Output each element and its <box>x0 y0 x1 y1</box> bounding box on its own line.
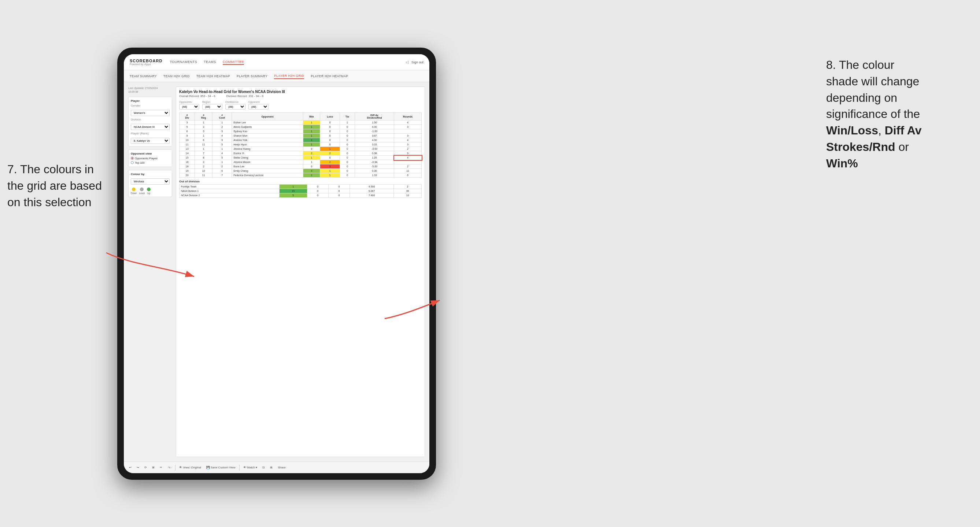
col-rounds: Rounds <box>394 113 422 121</box>
sign-out-link[interactable]: Sign out <box>411 60 423 64</box>
conference-filter: Conference (All) <box>225 101 245 110</box>
colour-by-label: Colour by <box>131 173 170 176</box>
last-updated: Last Updated: 27/03/2024 16:55:38 <box>128 86 172 94</box>
player-rank-select[interactable]: 8. Katelyn Vo <box>131 138 170 144</box>
table-row: 13 1 1 Jessica Huang 0 1 0 -3.00 2 <box>180 147 422 151</box>
col-tie: Tie <box>340 113 355 121</box>
sub-nav-team-h2h-heatmap[interactable]: TEAM H2H HEATMAP <box>196 74 230 79</box>
legend-dot-level <box>140 187 143 191</box>
region-select[interactable]: (All) <box>202 104 223 110</box>
tablet-frame: SCOREBOARD Powered by clippd TOURNAMENTS… <box>117 48 436 480</box>
table-row: 20 11 7 Federica Domecq Lacroze 2 1 0 1.… <box>180 173 422 178</box>
table-row: 18 2 2 Euna Lee 0 3 0 -5.00 2 <box>180 164 422 169</box>
undo-btn[interactable]: ↩ <box>127 465 133 470</box>
player-section: Player Gender Women's Men's Division NCA… <box>128 97 172 146</box>
division-select[interactable]: NCAA Division III NCAA Division I NCAA D… <box>131 124 170 130</box>
col-div: #Div <box>180 113 195 121</box>
colour-section: Colour by Win/loss Diff Av Strokes/Rnd W… <box>128 170 172 197</box>
conference-select[interactable]: (All) <box>225 104 245 110</box>
legend-dot-up <box>147 187 151 191</box>
grid-title: Katelyn Vo Head-to-Head Grid for Women's… <box>179 90 422 94</box>
player-rank-label: Player (Rank) <box>131 132 170 135</box>
legend-label-up: Up <box>147 192 150 194</box>
out-of-division-header: Out of division <box>179 178 422 184</box>
sub-nav-team-summary[interactable]: TEAM SUMMARY <box>130 74 157 79</box>
table-row: 14 7 4 Eunice Yi 2 2 0 0.38 9 <box>180 151 422 156</box>
opponents-filter: Opponents: (All) <box>179 101 199 110</box>
left-panel: Last Updated: 27/03/2024 16:55:38 Player… <box>128 86 172 457</box>
player-label: Player <box>131 99 170 103</box>
radio-dot-played <box>131 157 134 160</box>
col-diff: Diff AvStrokes/Rnd <box>355 113 394 121</box>
table-row: 5 2 2 Alexis Sudjianto 1 0 0 4.00 3 <box>180 125 422 129</box>
sub-nav-player-h2h-heatmap[interactable]: PLAYER H2H HEATMAP <box>311 74 348 79</box>
grid-btn[interactable]: ⊞ <box>151 465 156 470</box>
radio-group: Opponents Played Top 100 <box>131 157 170 164</box>
table-row: NCAA Division 2 5 0 0 7.400 10 <box>180 194 422 198</box>
colour-by-select[interactable]: Win/loss Diff Av Strokes/Rnd Win% <box>131 178 170 184</box>
logo-title: SCOREBOARD <box>130 59 162 63</box>
legend-up: Up <box>147 187 151 194</box>
cut-btn[interactable]: ✂ <box>158 465 164 470</box>
sub-nav-player-summary[interactable]: PLAYER SUMMARY <box>237 74 267 79</box>
opponent-filter: Opponent (All) <box>248 101 269 110</box>
col-conf: #Conf <box>212 113 232 121</box>
col-reg: #Reg <box>195 113 212 121</box>
legend-down: Down <box>131 187 137 194</box>
table-row: 15 8 5 Stella Cheng 1 0 0 1.25 4 <box>180 156 422 160</box>
sub-nav-player-h2h-grid[interactable]: PLAYER H2H GRID <box>274 73 304 79</box>
main-content: Last Updated: 27/03/2024 16:55:38 Player… <box>124 82 430 462</box>
nav-bar: SCOREBOARD Powered by clippd TOURNAMENTS… <box>124 54 430 70</box>
legend-label-down: Down <box>131 192 137 194</box>
colour-legend: Down Level Up <box>131 187 170 194</box>
radio-dot-top100 <box>131 161 134 164</box>
refresh-btn[interactable]: ⟳ <box>143 465 148 470</box>
legend-label-level: Level <box>139 192 145 194</box>
col-opponent: Opponent <box>232 113 303 121</box>
tablet-screen: SCOREBOARD Powered by clippd TOURNAMENTS… <box>124 54 430 473</box>
col-win: Win <box>303 113 320 121</box>
logo: SCOREBOARD Powered by clippd <box>130 59 162 65</box>
table-row: 9 1 4 Sharon Mun 1 0 0 3.67 3 <box>180 134 422 138</box>
table-row: 3 1 1 Esther Lee 1 0 1 1.50 4 <box>180 121 422 125</box>
sub-nav-team-h2h-grid[interactable]: TEAM H2H GRID <box>163 74 190 79</box>
bottom-toolbar: ↩ ↪ ⟳ ⊞ ✂ ·∿· 👁 View: Original 💾 Save Cu… <box>124 462 430 473</box>
opponent-view-section: Opponent view Opponents Played Top 100 <box>128 149 172 167</box>
legend-dot-down <box>132 187 135 191</box>
table-row: 11 11 5 Heejo Hyun 1 0 0 3.33 3 <box>180 143 422 147</box>
opponent-select[interactable]: (All) <box>248 104 269 110</box>
nav-tournaments[interactable]: TOURNAMENTS <box>170 59 197 65</box>
left-annotation: 7. The colours in the grid are based on … <box>7 161 110 210</box>
region-filter: Region (All) <box>202 101 223 110</box>
watch-btn[interactable]: 👁 Watch ▾ <box>242 465 259 470</box>
division-label: Division <box>131 118 170 121</box>
layout-btn[interactable]: ⊡ <box>261 465 266 470</box>
radio-top100[interactable]: Top 100 <box>131 161 170 164</box>
nav-teams[interactable]: TEAMS <box>204 59 216 65</box>
radio-opponents-played[interactable]: Opponents Played <box>131 157 170 160</box>
view-original-btn[interactable]: 👁 View: Original <box>178 465 202 470</box>
sub-nav: TEAM SUMMARY TEAM H2H GRID TEAM H2H HEAT… <box>124 70 430 82</box>
table-row: 6 3 3 Sydney Kuo 1 0 0 -1.00 <box>180 129 422 134</box>
logo-subtitle: Powered by clippd <box>130 63 162 65</box>
opponents-select[interactable]: (All) <box>179 104 199 110</box>
separator <box>239 465 240 471</box>
table-row: 16 2 1 Jessica Mason 1 2 0 -0.94 <box>180 160 422 164</box>
gender-select[interactable]: Women's Men's <box>131 110 170 116</box>
share-btn[interactable]: Share <box>276 465 287 470</box>
grid-panel: Katelyn Vo Head-to-Head Grid for Women's… <box>176 86 425 457</box>
share-layout-btn[interactable]: ⊞ <box>269 465 274 470</box>
nav-right: ı | Sign out <box>406 60 423 64</box>
right-annotation: 8. The colour shade will change dependin… <box>826 57 965 172</box>
gender-label: Gender <box>131 104 170 107</box>
cmd-btn[interactable]: ·∿· <box>166 465 173 470</box>
save-custom-view-btn[interactable]: 💾 Save Custom View <box>205 465 237 470</box>
nav-items: TOURNAMENTS TEAMS COMMITTEE <box>170 59 406 65</box>
table-row: 19 10 6 Emily Chang 4 1 0 0.30 11 <box>180 169 422 173</box>
opponent-view-label: Opponent view <box>131 152 170 155</box>
nav-committee[interactable]: COMMITTEE <box>223 59 244 65</box>
legend-level: Level <box>139 187 145 194</box>
redo-btn[interactable]: ↪ <box>135 465 141 470</box>
h2h-table: #Div #Reg #Conf Opponent Win Loss Tie Di… <box>179 113 422 178</box>
out-of-division-table: Foreign Team 1 0 0 4.500 2 NAIA Division… <box>179 184 422 198</box>
